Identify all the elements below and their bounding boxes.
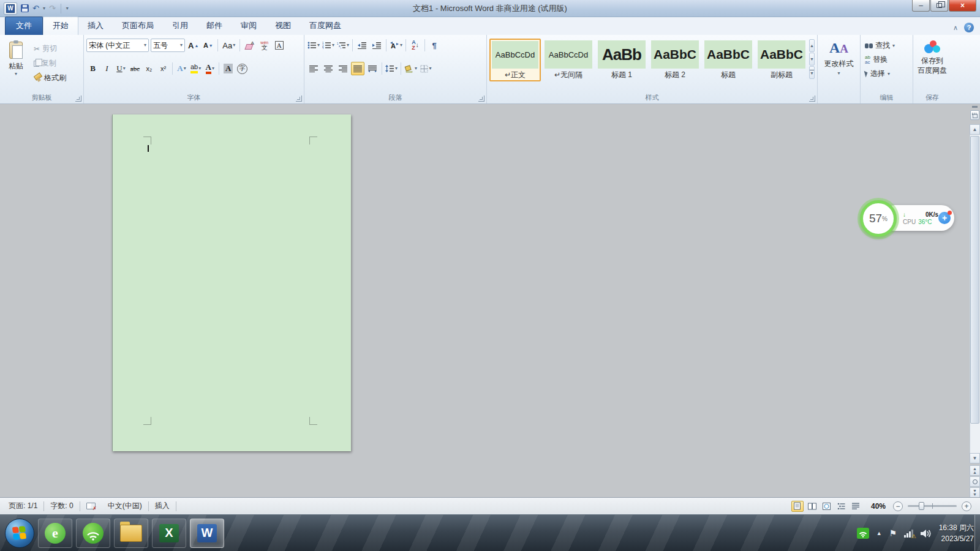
taskbar-word-button[interactable]: W (190, 519, 224, 548)
style-title[interactable]: AaBbC 标题 (703, 39, 754, 81)
styles-scroll-down[interactable]: ▼ (809, 53, 815, 66)
show-hide-marks-button[interactable]: ¶ (428, 39, 441, 52)
language-indicator[interactable]: 中文(中国) (102, 500, 148, 512)
numbering-button[interactable]: 123 ▾ (322, 39, 335, 52)
volume-icon[interactable] (921, 529, 932, 538)
font-dialog-launcher[interactable] (296, 96, 302, 102)
view-web-layout-button[interactable] (821, 501, 833, 512)
multilevel-list-button[interactable]: 1ai ▾ (336, 39, 350, 52)
document-page[interactable] (112, 114, 351, 451)
document-workspace[interactable]: ▲ ▼ ▲▲ ▼▼ (0, 104, 980, 497)
increase-indent-button[interactable] (370, 39, 383, 52)
font-color-button[interactable]: A▾ (203, 62, 216, 75)
zoom-slider-thumb[interactable] (919, 502, 924, 510)
tab-review[interactable]: 审阅 (232, 17, 266, 35)
word-count[interactable]: 字数: 0 (44, 500, 79, 512)
scrollbar-thumb[interactable] (970, 136, 979, 424)
highlight-button[interactable]: ab▾ (189, 62, 202, 75)
taskbar-explorer-button[interactable] (114, 519, 148, 548)
hidden-icons-button[interactable]: ▲ (876, 530, 882, 536)
font-name-dropdown-icon[interactable]: ▾ (144, 43, 146, 48)
paragraph-dialog-launcher[interactable] (478, 96, 484, 102)
styles-more-button[interactable]: ▼ (809, 66, 815, 79)
font-name-combo[interactable]: 宋体 (中文正 ▾ (86, 39, 149, 52)
style-no-spacing[interactable]: AaBbCcDd ↵无间隔 (543, 39, 594, 81)
restore-button[interactable] (930, 0, 948, 12)
replace-button[interactable]: abac 替换 (863, 53, 910, 66)
memory-usage-ball[interactable]: 57 % (860, 200, 897, 237)
previous-page-button[interactable]: ▲▲ (970, 465, 980, 476)
decrease-indent-button[interactable] (355, 39, 369, 52)
borders-button[interactable]: ▾ (419, 62, 432, 75)
align-left-button[interactable] (307, 62, 320, 75)
view-print-layout-button[interactable] (791, 501, 804, 512)
next-page-button[interactable]: ▼▼ (970, 487, 980, 498)
paste-dropdown-icon[interactable]: ▾ (15, 72, 17, 77)
split-handle[interactable] (972, 106, 978, 108)
justify-button[interactable] (351, 62, 364, 75)
page-indicator[interactable]: 页面: 1/1 (0, 500, 43, 512)
phonetic-guide-button[interactable]: wén 文 (258, 39, 271, 52)
help-icon[interactable]: ? (964, 23, 974, 32)
subscript-button[interactable]: x₂ (143, 62, 156, 75)
style-heading1[interactable]: AaBb 标题 1 (596, 39, 647, 81)
align-center-button[interactable] (322, 62, 335, 75)
paste-button[interactable]: 粘贴 ▾ (2, 37, 29, 90)
sort-button[interactable]: AZ ↓ (409, 39, 422, 52)
tab-mailings[interactable]: 邮件 (197, 17, 232, 35)
minimize-button[interactable]: – (912, 0, 930, 12)
view-fullscreen-reading-button[interactable] (806, 501, 818, 512)
character-shading-button[interactable]: A (222, 62, 235, 75)
view-draft-button[interactable] (850, 501, 862, 512)
styles-dialog-launcher[interactable] (809, 96, 815, 102)
distribute-button[interactable] (366, 62, 379, 75)
shading-button[interactable]: ▾ (404, 62, 418, 75)
save-to-baidu-button[interactable]: 保存到百度网盘 (916, 37, 949, 92)
bold-button[interactable]: B (86, 62, 99, 75)
insert-mode-indicator[interactable]: 插入 (149, 500, 176, 512)
tray-wifi-icon[interactable] (857, 528, 869, 539)
zoom-level[interactable]: 40% (871, 502, 886, 511)
scroll-up-button[interactable]: ▲ (970, 124, 980, 135)
grow-font-button[interactable]: A▲ (187, 39, 200, 52)
change-styles-button[interactable]: AA 更改样式 ▾ (820, 37, 858, 92)
close-button[interactable]: × (949, 0, 976, 12)
tab-file[interactable]: 文件 (5, 17, 43, 35)
network-signal-icon[interactable]: ⚠ (904, 529, 913, 538)
ruler-toggle-button[interactable] (970, 110, 979, 120)
tab-view[interactable]: 视图 (266, 17, 300, 35)
find-button[interactable]: 查找 ▾ (863, 39, 910, 52)
select-button[interactable]: 选择 ▾ (863, 67, 910, 80)
zoom-slider[interactable] (908, 505, 957, 507)
underline-button[interactable]: U▾ (115, 62, 127, 75)
enclose-characters-button[interactable]: 字 (236, 62, 249, 75)
tab-references[interactable]: 引用 (163, 17, 197, 35)
text-effects-button[interactable]: A▾ (175, 62, 188, 75)
collapse-ribbon-icon[interactable]: ∧ (953, 24, 958, 32)
action-center-icon[interactable]: ⚑ (889, 528, 897, 538)
styles-scroll-up[interactable]: ▲ (809, 39, 815, 52)
tab-baidu-netdisk[interactable]: 百度网盘 (300, 17, 350, 35)
clipboard-dialog-launcher[interactable] (75, 96, 81, 102)
scroll-down-button[interactable]: ▼ (970, 453, 980, 463)
style-heading2[interactable]: AaBbC 标题 2 (649, 39, 701, 81)
character-border-button[interactable]: A (273, 39, 285, 52)
shrink-font-button[interactable]: A▼ (202, 39, 214, 52)
taskbar-clock[interactable]: 16:38 周六 2023/5/27 (939, 522, 974, 544)
italic-button[interactable]: I (100, 62, 113, 75)
asian-layout-button[interactable]: A ▾ (389, 39, 403, 52)
tab-insert[interactable]: 插入 (78, 17, 113, 35)
format-painter-button[interactable]: 格式刷 (32, 72, 68, 84)
change-case-button[interactable]: Aa▾ (221, 39, 236, 52)
bullets-button[interactable]: ▾ (307, 39, 320, 52)
font-size-combo[interactable]: 五号 ▾ (151, 39, 185, 52)
tab-page-layout[interactable]: 页面布局 (113, 17, 163, 35)
superscript-button[interactable]: x² (157, 62, 170, 75)
browse-object-button[interactable] (970, 476, 980, 487)
tab-home[interactable]: 开始 (43, 17, 78, 35)
zoom-in-button[interactable]: + (962, 501, 971, 511)
align-right-button[interactable] (336, 62, 350, 75)
zoom-out-button[interactable]: − (893, 501, 903, 511)
strikethrough-button[interactable]: abc (129, 62, 141, 75)
taskbar-browser-button[interactable]: e (38, 519, 72, 548)
